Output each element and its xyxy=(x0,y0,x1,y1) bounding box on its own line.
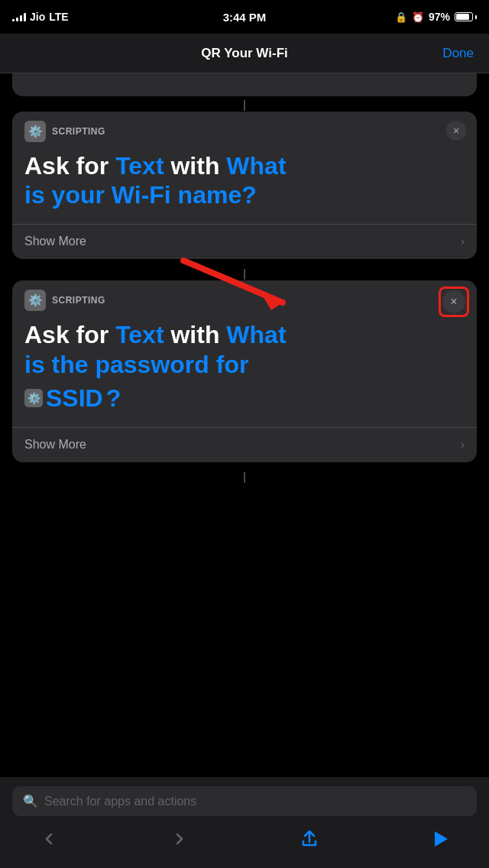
status-right: 🔒 ⏰ 97% xyxy=(395,11,477,23)
close-icon-2: × xyxy=(450,295,457,309)
card-1-chevron-icon: › xyxy=(461,235,465,248)
ssid-gear-icon: ⚙️ xyxy=(24,389,43,407)
gear-icon: ⚙️ xyxy=(28,125,43,138)
battery-percent: 97% xyxy=(429,11,450,23)
card-2-close-highlighted[interactable]: × xyxy=(439,287,469,317)
connector-2 xyxy=(0,268,489,280)
card-1-question[interactable]: is your Wi-Fi name? xyxy=(24,181,257,209)
card-2: ⚙️ SCRIPTING × Ask for Text with What is… xyxy=(12,280,477,462)
card-2-ask-for: Ask for xyxy=(24,321,108,348)
card-1-ask-for: Ask for xyxy=(24,152,108,180)
card-2-show-more[interactable]: Show More › xyxy=(12,427,477,462)
card-1-with: with xyxy=(170,152,219,180)
alarm-icon: ⏰ xyxy=(412,11,424,23)
card-1-what-blue[interactable]: What xyxy=(226,152,286,180)
card-2-icon: ⚙️ xyxy=(24,290,46,311)
card-2-text-blue[interactable]: Text xyxy=(115,321,164,348)
search-bar[interactable]: 🔍 Search for apps and actions xyxy=(12,786,477,816)
card-2-category: SCRIPTING xyxy=(52,295,105,306)
card-1-show-more[interactable]: Show More › xyxy=(12,224,477,259)
forward-button[interactable] xyxy=(166,825,193,853)
forward-icon xyxy=(170,830,189,848)
connector-3 xyxy=(0,471,489,484)
card-2-close-button[interactable]: × xyxy=(442,290,465,313)
card-1-icon: ⚙️ xyxy=(24,121,46,142)
done-button[interactable]: Done xyxy=(442,46,474,61)
card-2-password-text[interactable]: is the password for xyxy=(24,351,248,378)
card-1: ⚙️ SCRIPTING × Ask for Text with What is… xyxy=(12,112,477,259)
share-button[interactable] xyxy=(296,825,323,853)
card-2-with: with xyxy=(170,321,219,348)
back-icon xyxy=(40,830,58,848)
back-button[interactable] xyxy=(35,825,63,853)
lock-icon: 🔒 xyxy=(395,11,407,23)
card-2-what-blue[interactable]: What xyxy=(226,321,286,348)
card-2-ssid-label: SSID xyxy=(46,384,103,413)
card-2-ssid-chip[interactable]: ⚙️ SSID ? xyxy=(24,384,121,413)
share-icon xyxy=(300,829,319,849)
status-time: 3:44 PM xyxy=(223,11,267,24)
connector-area xyxy=(0,268,489,280)
svg-marker-2 xyxy=(435,831,448,847)
card-2-chevron-icon: › xyxy=(461,438,465,452)
play-button[interactable] xyxy=(426,825,454,853)
page-title: QR Your Wi-Fi xyxy=(201,46,288,61)
card-2-show-more-label: Show More xyxy=(24,438,86,452)
status-left: Jio LTE xyxy=(12,11,69,23)
card-2-header: ⚙️ SCRIPTING xyxy=(12,280,477,317)
bottom-section: 🔍 Search for apps and actions xyxy=(0,777,489,868)
card-2-ssid-suffix: ? xyxy=(106,384,121,413)
card-1-text: Ask for Text with What is your Wi-Fi nam… xyxy=(24,151,465,210)
search-placeholder: Search for apps and actions xyxy=(44,795,196,808)
search-icon: 🔍 xyxy=(23,794,38,808)
top-partial-card xyxy=(12,73,477,96)
card-2-body: Ask for Text with What is the password f… xyxy=(12,317,477,422)
gear-icon-2: ⚙️ xyxy=(28,293,43,307)
nav-bar: QR Your Wi-Fi Done xyxy=(0,34,489,73)
close-icon: × xyxy=(453,125,459,137)
play-icon xyxy=(430,829,450,849)
network-label: LTE xyxy=(49,11,68,23)
status-bar: Jio LTE 3:44 PM 🔒 ⏰ 97% xyxy=(0,0,489,34)
card-1-header: ⚙️ SCRIPTING xyxy=(12,112,477,148)
card-2-text: Ask for Text with What is the password f… xyxy=(24,320,465,413)
bottom-toolbar xyxy=(12,816,477,868)
signal-icon xyxy=(12,12,26,21)
main-content: ⚙️ SCRIPTING × Ask for Text with What is… xyxy=(0,73,489,484)
card-1-body: Ask for Text with What is your Wi-Fi nam… xyxy=(12,148,477,219)
card-1-close-button[interactable]: × xyxy=(446,121,466,141)
card-1-category: SCRIPTING xyxy=(52,126,105,137)
connector-1 xyxy=(0,99,489,112)
battery-icon xyxy=(455,12,477,21)
carrier-label: Jio xyxy=(30,11,45,23)
card-1-show-more-label: Show More xyxy=(24,235,86,248)
card-1-text-blue[interactable]: Text xyxy=(115,152,164,180)
